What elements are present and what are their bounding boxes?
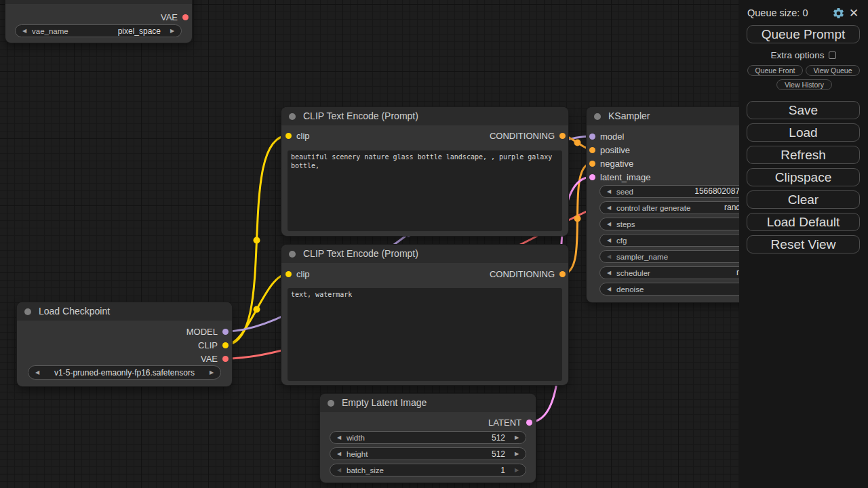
vae-slot-dot[interactable] <box>222 356 229 362</box>
decrement-arrow-icon[interactable]: ◀ <box>334 447 344 460</box>
input-slot-clip[interactable]: clip <box>285 129 310 142</box>
decrement-arrow-icon[interactable]: ◀ <box>334 431 344 444</box>
next-value-arrow-icon[interactable]: ▶ <box>207 366 216 379</box>
node-load-vae[interactable]: Load VAE VAE ◀ vae_name pixel_space ▶ <box>5 0 192 43</box>
save-button[interactable]: Save <box>747 101 860 119</box>
input-slot-negative[interactable]: negative <box>589 157 633 169</box>
node-title: Load VAE <box>27 0 69 4</box>
cfg-widget[interactable]: ◀ cfg <box>599 234 762 247</box>
wire-clip-to-positive-prompt <box>225 136 288 345</box>
link-midpoint-dot <box>574 140 581 146</box>
collapse-dot[interactable] <box>328 400 334 407</box>
model-slot-dot[interactable] <box>589 134 595 140</box>
node-clip-text-encode-negative[interactable]: CLIP Text Encode (Prompt) clip CONDITION… <box>281 245 568 385</box>
prev-value-arrow-icon[interactable]: ◀ <box>20 24 29 37</box>
next-value-arrow-icon[interactable]: ▶ <box>167 24 177 37</box>
close-icon[interactable]: ✕ <box>845 7 863 20</box>
node-load-checkpoint[interactable]: Load Checkpoint MODEL CLIP VAE ◀ v1-5-pr… <box>17 302 232 386</box>
node-title: KSampler <box>608 107 650 125</box>
increment-arrow-icon[interactable]: ▶ <box>512 464 521 476</box>
decrement-arrow-icon[interactable]: ◀ <box>334 464 344 476</box>
conditioning-slot-dot[interactable] <box>559 133 566 139</box>
collapse-dot[interactable] <box>24 308 31 315</box>
node-title: CLIP Text Encode (Prompt) <box>303 245 418 263</box>
node-title-bar[interactable]: Load Checkpoint <box>17 302 232 321</box>
load-default-button[interactable]: Load Default <box>747 213 860 231</box>
output-slot-vae[interactable]: VAE <box>201 352 229 365</box>
prev-value-arrow-icon[interactable]: ◀ <box>604 250 614 263</box>
latent-slot-dot[interactable] <box>526 420 532 426</box>
input-slot-clip[interactable]: clip <box>285 268 310 280</box>
conditioning-slot-dot[interactable] <box>559 271 566 277</box>
collapse-dot[interactable] <box>289 113 296 120</box>
collapse-dot[interactable] <box>289 251 296 258</box>
decrement-arrow-icon[interactable]: ◀ <box>604 234 614 247</box>
link-midpoint-dot <box>574 216 581 222</box>
height-widget[interactable]: ◀ height 512 ▶ <box>330 447 526 460</box>
control-after-generate-widget[interactable]: ◀ control after generate randomize <box>599 201 762 214</box>
prompt-text-area[interactable]: text, watermark <box>288 288 562 381</box>
node-empty-latent-image[interactable]: Empty Latent Image LATENT ◀ width 512 ▶ … <box>320 394 536 483</box>
node-title-bar[interactable]: Load VAE <box>5 0 192 4</box>
scheduler-widget[interactable]: ◀ scheduler normal <box>599 266 762 279</box>
load-button[interactable]: Load <box>747 123 860 142</box>
model-slot-dot[interactable] <box>222 329 229 335</box>
clear-button[interactable]: Clear <box>747 190 860 209</box>
collapse-dot[interactable] <box>594 113 601 120</box>
input-slot-model[interactable]: model <box>589 130 624 142</box>
node-graph-canvas[interactable]: Load VAE VAE ◀ vae_name pixel_space ▶ CL… <box>0 0 868 488</box>
clip-slot-dot[interactable] <box>285 133 292 139</box>
increment-arrow-icon[interactable]: ▶ <box>512 431 521 444</box>
node-clip-text-encode-positive[interactable]: CLIP Text Encode (Prompt) clip CONDITION… <box>281 107 568 236</box>
extra-options-label: Extra options <box>771 50 825 60</box>
clip-slot-dot[interactable] <box>222 342 229 348</box>
queue-front-button[interactable]: Queue Front <box>747 65 803 76</box>
view-history-button[interactable]: View History <box>776 79 832 90</box>
latent-slot-dot[interactable] <box>589 174 595 180</box>
node-title-bar[interactable]: CLIP Text Encode (Prompt) <box>281 107 568 125</box>
node-title-bar[interactable]: KSampler <box>587 107 762 125</box>
sampler-name-widget[interactable]: ◀ sampler_name <box>599 250 762 263</box>
view-queue-button[interactable]: View Queue <box>806 65 860 76</box>
output-slot-conditioning[interactable]: CONDITIONING <box>490 268 566 280</box>
vae-slot-dot[interactable] <box>182 14 189 20</box>
denoise-widget[interactable]: ◀ denoise <box>599 283 762 296</box>
output-slot-clip[interactable]: CLIP <box>198 339 229 351</box>
link-midpoint-dot <box>254 237 260 244</box>
width-widget[interactable]: ◀ width 512 ▶ <box>330 431 526 444</box>
output-slot-vae[interactable]: VAE <box>161 11 189 23</box>
steps-widget[interactable]: ◀ steps <box>599 218 762 230</box>
reset-view-button[interactable]: Reset View <box>747 235 860 253</box>
prev-value-arrow-icon[interactable]: ◀ <box>33 366 42 379</box>
node-title: CLIP Text Encode (Prompt) <box>303 107 418 125</box>
clip-slot-dot[interactable] <box>285 271 292 277</box>
increment-arrow-icon[interactable]: ▶ <box>512 447 521 460</box>
comfy-menu-panel: Queue size: 0 ✕ Queue Prompt Extra optio… <box>739 0 868 488</box>
settings-gear-icon[interactable] <box>832 7 845 20</box>
ckpt-name-widget[interactable]: ◀ v1-5-pruned-emaonly-fp16.safetensors ▶ <box>28 365 221 380</box>
decrement-arrow-icon[interactable]: ◀ <box>604 218 614 230</box>
prompt-text-area[interactable]: beautiful scenery nature glass bottle la… <box>288 150 562 231</box>
prev-value-arrow-icon[interactable]: ◀ <box>604 201 614 214</box>
prev-value-arrow-icon[interactable]: ◀ <box>604 266 614 279</box>
output-slot-latent[interactable]: LATENT <box>488 416 532 428</box>
batch-size-widget[interactable]: ◀ batch_size 1 ▶ <box>330 464 526 476</box>
input-slot-latent-image[interactable]: latent_image <box>589 171 650 183</box>
node-ksampler[interactable]: KSampler model positive negative latent_… <box>587 107 762 302</box>
seed-widget[interactable]: ◀ seed 1566802087 <box>599 185 762 198</box>
decrement-arrow-icon[interactable]: ◀ <box>604 185 614 198</box>
clipspace-button[interactable]: Clipspace <box>747 168 860 186</box>
conditioning-slot-dot[interactable] <box>589 147 595 153</box>
vae-name-widget[interactable]: ◀ vae_name pixel_space ▶ <box>15 24 182 37</box>
output-slot-model[interactable]: MODEL <box>186 325 229 338</box>
conditioning-slot-dot[interactable] <box>589 161 595 167</box>
decrement-arrow-icon[interactable]: ◀ <box>604 283 614 296</box>
node-title-bar[interactable]: CLIP Text Encode (Prompt) <box>281 245 568 263</box>
refresh-button[interactable]: Refresh <box>747 146 860 164</box>
output-slot-conditioning[interactable]: CONDITIONING <box>490 129 566 142</box>
node-title-bar[interactable]: Empty Latent Image <box>320 394 536 412</box>
queue-prompt-button[interactable]: Queue Prompt <box>747 25 860 43</box>
queue-size-label: Queue size: 0 <box>747 7 808 18</box>
input-slot-positive[interactable]: positive <box>589 144 630 156</box>
extra-options-checkbox[interactable] <box>829 52 836 59</box>
